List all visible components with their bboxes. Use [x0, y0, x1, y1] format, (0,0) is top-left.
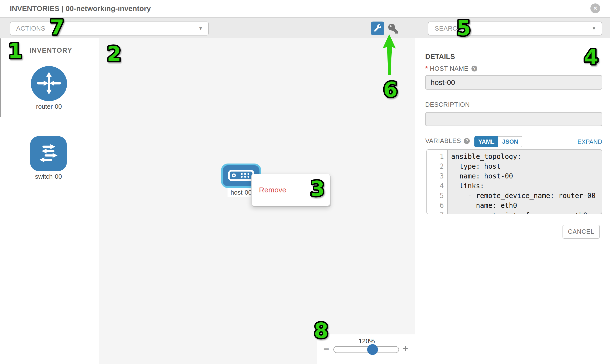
help-question-icon[interactable]: ? [471, 65, 477, 71]
line-number: 6 [427, 201, 447, 210]
zoom-slider-thumb[interactable] [367, 344, 378, 355]
zoom-in-button[interactable]: + [403, 345, 410, 352]
code-line: links: [451, 181, 602, 191]
host-node-label: host-00 [228, 188, 255, 197]
key-icon [388, 30, 398, 34]
expand-link[interactable]: EXPAND [573, 138, 602, 145]
line-number: 2 [427, 162, 447, 171]
code-line: remote_interface_name: eth0 [451, 210, 602, 214]
inventory-topology-window: INVENTORIES | 00-networking-inventory ✕ … [0, 0, 610, 364]
help-question-icon[interactable]: ? [464, 138, 470, 144]
description-label: DESCRIPTION [425, 101, 470, 108]
line-number: 3 [427, 171, 447, 181]
window-header: INVENTORIES | 00-networking-inventory ✕ [0, 0, 610, 18]
line-number: 7 [427, 210, 447, 214]
search-dropdown-label: SEARCH [435, 25, 462, 32]
code-line: ansible_topology: [451, 152, 602, 162]
variables-label-row: VARIABLES ? [425, 137, 470, 145]
host-icon [228, 170, 254, 182]
context-menu: Details Remove [251, 174, 330, 206]
details-panel-title: DETAILS [425, 53, 455, 61]
close-button[interactable]: ✕ [590, 3, 600, 13]
chevron-down-icon: ▾ [199, 25, 202, 32]
sidebar-title: INVENTORY [29, 47, 72, 54]
code-line: name: eth0 [451, 201, 602, 210]
code-line: type: host [451, 162, 602, 171]
editor-line-numbers: 1 2 3 4 5 6 7 [427, 150, 448, 214]
wrench-icon [374, 24, 381, 33]
line-number: 4 [427, 181, 447, 191]
editor-code-area: ansible_topology: type: host name: host-… [448, 150, 602, 214]
line-number: 5 [427, 191, 447, 201]
code-line: - remote_device_name: router-00 [451, 191, 602, 201]
variables-label: VARIABLES [425, 137, 461, 145]
chevron-down-icon: ▾ [593, 25, 595, 32]
credentials-key-button[interactable] [388, 24, 398, 34]
description-label-row: DESCRIPTION [425, 101, 470, 108]
switch-icon [35, 140, 62, 168]
sidebar-item-label: router-00 [12, 103, 86, 110]
close-icon: ✕ [593, 5, 597, 11]
description-input[interactable] [425, 112, 602, 126]
code-line: name: host-00 [451, 171, 602, 181]
zoom-level-value: 120% [354, 337, 379, 345]
sidebar-item-switch[interactable] [30, 136, 67, 171]
zoom-slider-track[interactable] [333, 346, 399, 353]
line-number: 1 [427, 152, 447, 162]
host-name-input[interactable] [425, 75, 602, 90]
sidebar-item-label: switch-00 [12, 173, 85, 181]
router-icon [36, 70, 62, 98]
actions-dropdown[interactable]: ACTIONS ▾ [10, 22, 209, 36]
host-name-label-row: * HOST NAME ? [425, 65, 477, 72]
sidebar-item-router[interactable] [31, 66, 67, 101]
page-title: INVENTORIES | 00-networking-inventory [10, 4, 151, 13]
tools-button[interactable] [371, 22, 384, 35]
json-tab[interactable]: JSON [498, 136, 522, 147]
context-menu-item-remove[interactable]: Remove [259, 186, 330, 194]
required-asterisk: * [425, 65, 428, 72]
actions-dropdown-label: ACTIONS [16, 25, 45, 32]
cancel-button[interactable]: CANCEL [562, 225, 600, 239]
variables-code-editor[interactable]: 1 2 3 4 5 6 7 ansible_topology: type: ho… [427, 149, 602, 214]
yaml-tab[interactable]: YAML [474, 136, 498, 147]
sidebar-scrollbar[interactable] [0, 39, 1, 117]
host-name-label: HOST NAME [430, 65, 468, 72]
zoom-out-button[interactable]: − [323, 346, 330, 353]
search-dropdown[interactable]: SEARCH ▾ [428, 22, 602, 36]
